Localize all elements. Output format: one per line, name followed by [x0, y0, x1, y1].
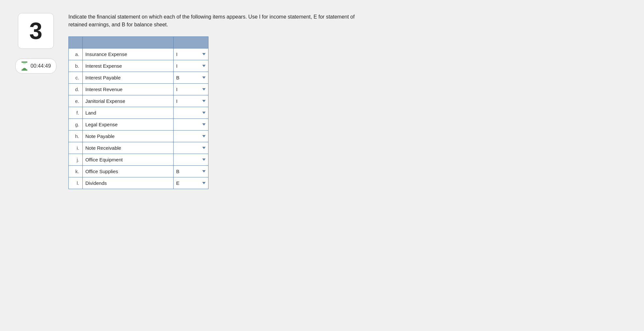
row-item: Dividends — [82, 177, 173, 189]
table-row: j.Office Equipment — [69, 154, 208, 166]
row-letter: i. — [69, 142, 83, 154]
row-answer-cell[interactable]: I — [173, 95, 208, 107]
row-item: Land — [82, 107, 173, 119]
answer-dropdown[interactable] — [176, 112, 206, 114]
table-row: f.Land — [69, 107, 208, 119]
chevron-down-icon — [202, 53, 206, 55]
table-row: e.Janitorial ExpenseI — [69, 95, 208, 107]
answer-value: B — [176, 75, 201, 80]
row-answer-cell[interactable] — [173, 107, 208, 119]
timer-label: 00:44:49 — [31, 63, 51, 69]
row-letter: d. — [69, 84, 83, 95]
answer-value: B — [176, 169, 201, 174]
answer-dropdown[interactable]: I — [176, 63, 206, 69]
table-row: d.Interest RevenueI — [69, 84, 208, 95]
header-item — [82, 37, 173, 48]
chevron-down-icon — [202, 76, 206, 79]
chevron-down-icon — [202, 65, 206, 67]
row-item: Interest Expense — [82, 60, 173, 72]
row-item: Legal Expense — [82, 119, 173, 131]
row-answer-cell[interactable] — [173, 119, 208, 131]
answer-dropdown[interactable]: I — [176, 87, 206, 92]
header-letter — [69, 37, 83, 48]
row-letter: e. — [69, 95, 83, 107]
table-wrapper: a.Insurance ExpenseIb.Interest ExpenseIc… — [68, 36, 631, 189]
answer-table: a.Insurance ExpenseIb.Interest ExpenseIc… — [68, 36, 208, 189]
answer-dropdown[interactable] — [176, 147, 206, 149]
table-row: h.Note Payable — [69, 131, 208, 142]
row-letter: j. — [69, 154, 83, 166]
answer-value: I — [176, 63, 201, 69]
header-answer — [173, 37, 208, 48]
table-row: k.Office SuppliesB — [69, 166, 208, 177]
row-item: Note Receivable — [82, 142, 173, 154]
table-row: c.Interest PayableB — [69, 72, 208, 84]
timer-box: 00:44:49 — [15, 59, 56, 74]
chevron-down-icon — [202, 88, 206, 90]
row-item: Janitorial Expense — [82, 95, 173, 107]
table-row: a.Insurance ExpenseI — [69, 48, 208, 60]
chevron-down-icon — [202, 135, 206, 137]
row-letter: l. — [69, 177, 83, 189]
row-item: Note Payable — [82, 131, 173, 142]
row-answer-cell[interactable] — [173, 142, 208, 154]
answer-dropdown[interactable]: B — [176, 169, 206, 174]
answer-dropdown[interactable] — [176, 159, 206, 161]
row-item: Office Equipment — [82, 154, 173, 166]
answer-dropdown[interactable] — [176, 123, 206, 126]
chevron-down-icon — [202, 182, 206, 184]
answer-dropdown[interactable]: E — [176, 180, 206, 186]
table-row: l.DividendsE — [69, 177, 208, 189]
table-row: g.Legal Expense — [69, 119, 208, 131]
row-letter: k. — [69, 166, 83, 177]
chevron-down-icon — [202, 170, 206, 172]
chevron-down-icon — [202, 112, 206, 114]
answer-dropdown[interactable]: I — [176, 98, 206, 104]
chevron-down-icon — [202, 123, 206, 126]
row-answer-cell[interactable]: E — [173, 177, 208, 189]
answer-value: E — [176, 180, 201, 186]
answer-dropdown[interactable]: B — [176, 75, 206, 80]
table-header-row — [69, 37, 208, 48]
table-row: i.Note Receivable — [69, 142, 208, 154]
answer-value: I — [176, 98, 201, 104]
row-answer-cell[interactable]: I — [173, 84, 208, 95]
row-item: Interest Payable — [82, 72, 173, 84]
row-letter: h. — [69, 131, 83, 142]
row-item: Insurance Expense — [82, 48, 173, 60]
row-answer-cell[interactable]: I — [173, 48, 208, 60]
hourglass-icon — [21, 62, 28, 71]
page-container: 3 00:44:49 Indicate the financial statem… — [13, 13, 631, 189]
answer-dropdown[interactable]: I — [176, 51, 206, 57]
row-letter: f. — [69, 107, 83, 119]
chevron-down-icon — [202, 100, 206, 102]
left-column: 3 00:44:49 — [13, 13, 59, 74]
row-answer-cell[interactable] — [173, 131, 208, 142]
row-answer-cell[interactable]: B — [173, 166, 208, 177]
question-number-box: 3 — [18, 13, 54, 49]
instructions-text: Indicate the financial statement on whic… — [68, 13, 362, 29]
main-content: Indicate the financial statement on whic… — [68, 13, 631, 189]
chevron-down-icon — [202, 147, 206, 149]
table-row: b.Interest ExpenseI — [69, 60, 208, 72]
row-item: Office Supplies — [82, 166, 173, 177]
question-number: 3 — [29, 18, 42, 44]
answer-value: I — [176, 51, 201, 57]
answer-dropdown[interactable] — [176, 135, 206, 137]
row-item: Interest Revenue — [82, 84, 173, 95]
answer-value: I — [176, 87, 201, 92]
row-answer-cell[interactable]: B — [173, 72, 208, 84]
row-letter: a. — [69, 48, 83, 60]
chevron-down-icon — [202, 159, 206, 161]
row-letter: c. — [69, 72, 83, 84]
row-letter: b. — [69, 60, 83, 72]
row-answer-cell[interactable] — [173, 154, 208, 166]
row-answer-cell[interactable]: I — [173, 60, 208, 72]
row-letter: g. — [69, 119, 83, 131]
